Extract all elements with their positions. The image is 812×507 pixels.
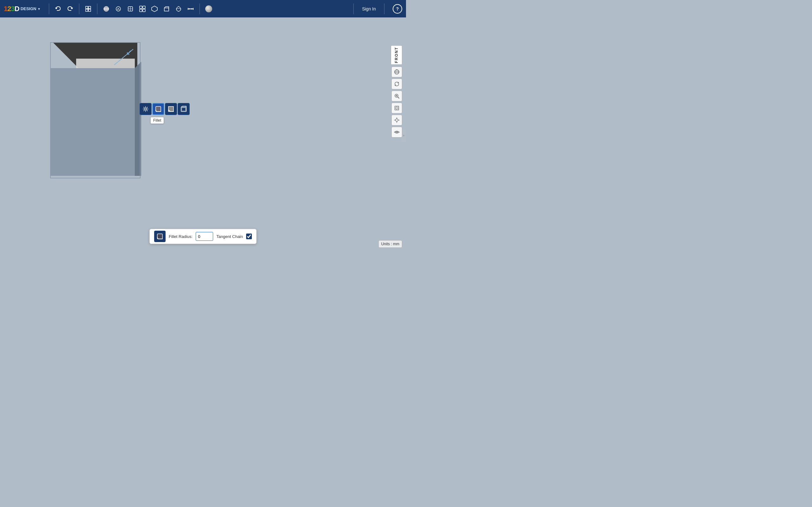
construct-button[interactable] xyxy=(173,3,184,14)
fit-button[interactable] xyxy=(392,103,402,113)
diagonal-line xyxy=(51,43,141,71)
chamfer-button[interactable] xyxy=(165,103,177,115)
fillet-radius-label: Fillet Radius: xyxy=(169,234,193,239)
svg-point-8 xyxy=(116,7,120,11)
measure-button[interactable] xyxy=(185,3,196,14)
svg-rect-13 xyxy=(143,9,145,12)
zoom-button[interactable] xyxy=(392,91,402,101)
svg-rect-26 xyxy=(182,108,186,111)
toolbar-divider-4 xyxy=(200,3,200,14)
svg-line-21 xyxy=(114,49,133,65)
svg-point-4 xyxy=(88,8,89,9)
svg-line-32 xyxy=(398,97,399,98)
svg-point-22 xyxy=(145,108,147,110)
toolbar-divider-1 xyxy=(49,3,49,14)
svg-rect-48 xyxy=(157,234,162,239)
tangent-chain-checkbox[interactable] xyxy=(246,233,252,239)
svg-point-36 xyxy=(396,107,398,109)
redo-button[interactable] xyxy=(64,3,76,14)
context-menu xyxy=(140,103,190,115)
shape-front-face xyxy=(51,68,135,176)
fillet-button[interactable] xyxy=(152,103,164,115)
front-label: FRONT xyxy=(391,45,402,65)
svg-rect-23 xyxy=(156,107,161,112)
sphere-display-button[interactable] xyxy=(203,3,214,14)
shell-button[interactable] xyxy=(177,103,190,115)
eye-button[interactable] xyxy=(392,127,402,137)
svg-rect-1 xyxy=(89,6,91,9)
toolbar-divider-2 xyxy=(79,3,79,14)
pan-button[interactable] xyxy=(392,115,402,125)
units-badge: Units : mm xyxy=(378,240,402,248)
extrude-button[interactable] xyxy=(161,3,172,14)
snap-button[interactable] xyxy=(83,3,94,14)
sketch-button[interactable] xyxy=(113,3,124,14)
fillet-tooltip: Fillet xyxy=(151,117,164,124)
svg-point-41 xyxy=(396,119,398,121)
right-edge-toggle[interactable]: › xyxy=(402,129,406,142)
primitives-button[interactable] xyxy=(101,3,112,14)
svg-rect-15 xyxy=(164,8,169,11)
main-tools-group xyxy=(101,3,196,14)
svg-rect-3 xyxy=(89,9,91,11)
sphere-icon xyxy=(205,5,212,12)
toolbar-divider-5 xyxy=(353,3,354,14)
logo-123d: 123D xyxy=(4,5,19,13)
toolbar-right: Sign In ? xyxy=(350,3,402,14)
right-nav xyxy=(392,66,402,137)
help-button[interactable]: ? xyxy=(393,4,402,14)
toolbar-divider-6 xyxy=(384,3,385,14)
pattern-button[interactable] xyxy=(137,3,148,14)
svg-rect-12 xyxy=(140,9,142,12)
svg-rect-11 xyxy=(143,6,145,9)
undo-redo-group xyxy=(52,3,76,14)
canvas-area: ↙ xyxy=(0,17,406,253)
svg-rect-2 xyxy=(86,9,88,11)
logo-design: DESIGN xyxy=(20,6,37,11)
svg-point-47 xyxy=(397,132,397,132)
orbit-button[interactable] xyxy=(392,66,402,77)
undo-button[interactable] xyxy=(52,3,64,14)
group-button[interactable] xyxy=(149,3,160,14)
logo-area: 123D DESIGN ▾ xyxy=(4,5,40,13)
modify-button[interactable] xyxy=(125,3,136,14)
svg-rect-10 xyxy=(140,6,142,9)
3d-object: ↙ xyxy=(51,43,141,176)
signin-link[interactable]: Sign In xyxy=(362,6,376,11)
toolbar-divider-3 xyxy=(97,3,97,14)
bottom-panel: Fillet Radius: Tangent Chain xyxy=(149,229,257,244)
tangent-chain-label: Tangent Chain xyxy=(216,234,243,239)
svg-point-30 xyxy=(397,69,397,70)
toolbar: 123D DESIGN ▾ xyxy=(0,0,406,17)
svg-rect-0 xyxy=(86,6,88,9)
logo-chevron[interactable]: ▾ xyxy=(38,7,40,11)
fillet-radius-input[interactable] xyxy=(196,232,213,241)
rotate-button[interactable] xyxy=(392,78,402,89)
panel-fillet-icon[interactable] xyxy=(154,231,165,242)
svg-marker-14 xyxy=(152,6,157,12)
gear-button[interactable] xyxy=(140,103,152,115)
